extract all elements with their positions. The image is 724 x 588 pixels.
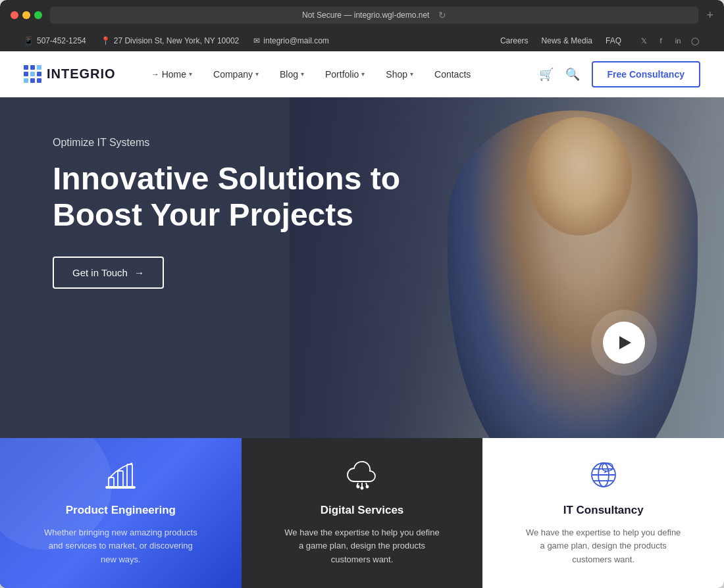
nav-blog-label: Blog [280, 69, 298, 80]
top-bar-right: Careers News & Media FAQ 𝕏 f in ◯ [500, 36, 700, 46]
chart-icon [105, 459, 136, 495]
nav-home[interactable]: → Home ▾ [142, 64, 201, 85]
logo-dot-8 [30, 78, 35, 83]
svg-rect-2 [127, 464, 132, 487]
logo-dot-9 [37, 78, 41, 83]
hero-cta-label: Get in Touch [72, 267, 128, 278]
hero-title: Innovative Solutions to Boost Your Proje… [53, 160, 421, 233]
news-link[interactable]: News & Media [542, 36, 592, 45]
hero-cta-button[interactable]: Get in Touch → [53, 257, 164, 289]
logo-dots [24, 65, 41, 83]
nav-portfolio-label: Portfolio [325, 69, 359, 80]
logo-dot-1 [24, 65, 28, 70]
nav-shop[interactable]: Shop ▾ [376, 64, 423, 85]
service-cards: Product Engineering Whether bringing new… [0, 438, 724, 588]
logo[interactable]: INTEGRIO [24, 65, 116, 83]
website: 📱 507-452-1254 📍 27 Division St, New Yor… [0, 30, 724, 588]
nav-items: → Home ▾ Company ▾ Blog ▾ Portfolio ▾ [142, 64, 539, 85]
svg-point-9 [367, 485, 369, 487]
play-icon [619, 336, 631, 349]
product-engineering-card: Product Engineering Whether bringing new… [0, 438, 242, 588]
portfolio-chevron: ▾ [361, 70, 365, 78]
nav-contacts[interactable]: Contacts [425, 64, 480, 85]
shop-chevron: ▾ [410, 70, 413, 78]
blog-chevron: ▾ [301, 70, 304, 78]
address-text: 27 Division St, New York, NY 10002 [114, 36, 240, 45]
svg-rect-1 [118, 471, 123, 487]
nav-shop-label: Shop [386, 69, 407, 80]
minimize-button[interactable] [22, 11, 30, 19]
nav-right: 🛒 🔍 Free Consultancy [539, 61, 700, 87]
browser-chrome: Not Secure — integrio.wgl-demo.net ↻ + [0, 0, 724, 30]
address-text: Not Secure — integrio.wgl-demo.net [302, 11, 429, 20]
it-consultancy-title: IT Consultancy [563, 504, 644, 517]
phone-info: 📱 507-452-1254 [24, 36, 86, 45]
digital-services-title: Digital Services [321, 504, 404, 517]
hero-subtitle: Optimize IT Systems [53, 137, 671, 149]
logo-dot-2 [30, 65, 35, 70]
traffic-lights [11, 11, 42, 19]
company-chevron: ▾ [255, 70, 259, 78]
cloud-icon [346, 459, 378, 495]
nav-contacts-label: Contacts [434, 69, 471, 80]
hero-section: Optimize IT Systems Innovative Solutions… [0, 97, 724, 588]
svg-point-8 [361, 487, 363, 489]
hero-cta-arrow: → [134, 267, 144, 278]
nav-company-label: Company [213, 69, 253, 80]
phone-icon: 📱 [24, 36, 34, 45]
email-info: ✉ integrio@mail.com [253, 36, 329, 45]
top-bar-left: 📱 507-452-1254 📍 27 Division St, New Yor… [24, 36, 329, 45]
it-consultancy-card: IT Consultancy We have the expertise to … [482, 438, 724, 588]
digital-services-card: Digital Services We have the expertise t… [242, 438, 483, 588]
facebook-icon[interactable]: f [656, 36, 666, 46]
careers-link[interactable]: Careers [500, 36, 529, 45]
logo-text: INTEGRIO [47, 66, 116, 82]
svg-rect-3 [106, 487, 135, 488]
logo-dot-5 [30, 72, 35, 76]
svg-rect-0 [109, 478, 114, 487]
email-text: integrio@mail.com [263, 36, 329, 45]
faq-link[interactable]: FAQ [606, 36, 621, 45]
svg-point-7 [357, 485, 359, 487]
email-icon: ✉ [253, 36, 260, 45]
main-nav: INTEGRIO → Home ▾ Company ▾ Blog ▾ Portf… [0, 51, 724, 97]
hero-content: Optimize IT Systems Innovative Solutions… [0, 97, 724, 438]
free-consultancy-button[interactable]: Free Consultancy [592, 61, 700, 87]
logo-dot-7 [24, 78, 28, 83]
home-arrow-fwd: → [151, 70, 159, 79]
product-engineering-title: Product Engineering [66, 504, 176, 517]
address-bar[interactable]: Not Secure — integrio.wgl-demo.net ↻ [50, 7, 698, 24]
phone-number: 507-452-1254 [37, 36, 86, 45]
maximize-button[interactable] [34, 11, 42, 19]
digital-services-desc: We have the expertise to help you define… [283, 526, 441, 567]
address-info: 📍 27 Division St, New York, NY 10002 [101, 36, 240, 45]
close-button[interactable] [11, 11, 18, 19]
instagram-icon[interactable]: ◯ [690, 36, 700, 46]
browser-window: Not Secure — integrio.wgl-demo.net ↻ + 📱… [0, 0, 724, 588]
new-tab-button[interactable]: + [706, 9, 713, 21]
nav-company[interactable]: Company ▾ [204, 64, 268, 85]
twitter-icon[interactable]: 𝕏 [638, 36, 649, 46]
logo-dot-3 [37, 65, 41, 70]
social-icons: 𝕏 f in ◯ [638, 36, 700, 46]
nav-home-label: Home [162, 69, 186, 80]
cart-icon[interactable]: 🛒 [539, 67, 554, 82]
location-icon: 📍 [101, 36, 111, 45]
nav-blog[interactable]: Blog ▾ [271, 64, 313, 85]
play-button[interactable] [603, 322, 645, 364]
logo-dot-4 [24, 72, 28, 76]
nav-portfolio[interactable]: Portfolio ▾ [316, 64, 374, 85]
top-bar: 📱 507-452-1254 📍 27 Division St, New Yor… [0, 30, 724, 51]
it-consultancy-desc: We have the expertise to help you define… [525, 526, 683, 567]
home-chevron: ▾ [189, 70, 192, 78]
search-icon[interactable]: 🔍 [565, 67, 580, 82]
logo-dot-6 [37, 72, 41, 76]
refresh-icon[interactable]: ↻ [438, 10, 446, 20]
linkedin-icon[interactable]: in [673, 36, 683, 46]
globe-icon [588, 459, 619, 495]
product-engineering-desc: Whether bringing new amazing products an… [41, 526, 199, 567]
